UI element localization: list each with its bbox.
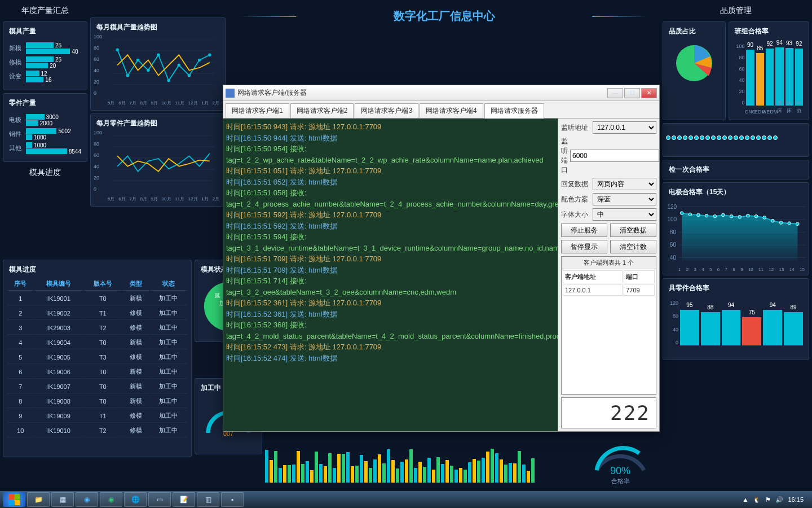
clear-data-button[interactable]: 清空数据 [610, 224, 656, 237]
clear-count-button[interactable]: 清空计数 [610, 240, 656, 253]
task-chrome[interactable]: 🌐 [124, 492, 147, 507]
tab-4[interactable]: 网络请求服务器 [484, 103, 544, 119]
bottom-bars [265, 449, 570, 488]
clock[interactable]: 16:15 [788, 496, 804, 503]
reply-data-select[interactable]: 网页内容 [593, 178, 656, 190]
svg-point-37 [771, 219, 775, 222]
dialog-titlebar[interactable]: 网络请求客户端/服务器 — ☐ ✕ [223, 85, 659, 101]
svg-point-12 [188, 74, 191, 77]
counter-display: 222 [561, 397, 656, 428]
svg-point-40 [796, 222, 800, 226]
svg-point-13 [198, 59, 201, 62]
quality-ratio-title: 品质占比 [666, 25, 722, 38]
taskbar[interactable]: 📁 ▦ ◉ ◉ 🌐 ▭ 📝 ▥ ▪ ▲ 🐧 ⚑ 🔊 16:15 [0, 491, 812, 508]
table-row[interactable]: 4IK19004T0新模加工中 [7, 336, 187, 349]
task-app6[interactable]: ▭ [148, 492, 171, 507]
svg-point-28 [697, 213, 700, 217]
tab-2[interactable]: 网络请求客户端3 [355, 103, 418, 118]
listen-addr-select[interactable]: 127.0.0.1 [593, 121, 656, 134]
listen-port-label: 监听端口 [561, 137, 568, 175]
monthly-part-panel: 每月零件产量趋势图 100806040200 5月6月7月8月9月10月11月1… [90, 113, 226, 207]
dialog-tabs: 网络请求客户端1网络请求客户端2网络请求客户端3网络请求客户端4网络请求服务器 [223, 101, 659, 119]
svg-point-38 [779, 221, 783, 225]
network-dialog[interactable]: 网络请求客户端/服务器 — ☐ ✕ 网络请求客户端1网络请求客户端2网络请求客户… [223, 85, 660, 432]
table-row[interactable]: 2IK19002T1修模加工中 [7, 306, 187, 320]
svg-point-7 [136, 59, 139, 62]
svg-point-30 [713, 214, 717, 218]
main-header: 数字化工厂信息中心 [228, 3, 660, 29]
table-row[interactable]: 7IK19007T0新模加工中 [7, 380, 187, 393]
task-app8[interactable]: ▥ [197, 492, 219, 507]
console-log[interactable]: 时间[16:15:50 943] 请求: 源地址 127.0.0.1:7709时… [223, 119, 558, 431]
scheme-select[interactable]: 深蓝 [593, 193, 656, 205]
close-button[interactable]: ✕ [641, 88, 657, 98]
monthly-mold-panel: 每月模具产量趋势图 100806040200 5月6月7月8月9月10月11月1… [90, 17, 226, 111]
svg-text:延: 延 [214, 292, 220, 299]
stop-service-button[interactable]: 停止服务 [561, 224, 607, 237]
maximize-button[interactable]: ☐ [624, 88, 640, 98]
tab-1[interactable]: 网络请求客户端2 [290, 103, 354, 118]
svg-point-8 [147, 69, 149, 72]
dot-line-panel [663, 123, 809, 157]
monthly-mold-chart: 100806040200 5月6月7月8月9月10月11月12月1月2月 [94, 34, 222, 107]
table-row[interactable]: 1IK19001T0新模加工中 [7, 292, 187, 305]
font-size-select[interactable]: 中 [593, 208, 656, 221]
task-app2[interactable]: ▦ [51, 492, 74, 507]
svg-point-26 [680, 212, 683, 215]
tab-3[interactable]: 网络请求客户端4 [420, 103, 483, 118]
svg-point-5 [116, 48, 118, 51]
qq-icon[interactable]: 🐧 [753, 496, 761, 503]
pause-display-button[interactable]: 暂停显示 [561, 240, 607, 253]
volume-icon[interactable]: 🔊 [775, 496, 783, 503]
electrode-chart: 120100806040 123456789101112131415 [666, 199, 806, 272]
svg-text:40: 40 [670, 255, 677, 261]
svg-point-33 [738, 215, 742, 218]
team-pass-title: 班组合格率 [732, 25, 806, 38]
mold-output-panel: 模具产量 新模2540修模2520设变1216 [3, 21, 87, 90]
svg-point-34 [747, 214, 750, 217]
task-cmd[interactable]: ▪ [221, 492, 244, 507]
side-panel: 监听地址127.0.0.1 监听端口 回复数据网页内容 配色方案深蓝 字体大小中… [558, 119, 659, 431]
svg-point-31 [722, 213, 725, 217]
flag-icon[interactable]: ⚑ [765, 496, 771, 503]
monthly-part-chart: 100806040200 5月6月7月8月9月10月11月12月1月2月 [94, 130, 222, 203]
client-list: 客户端列表共 1 个 客户端地址端口127.0.0.17709 [561, 256, 656, 395]
mold-progress-panel: 模具进度 序号模具编号版本号类型状态1IK19001T0新模加工中2IK1900… [3, 260, 192, 457]
tray-icon[interactable]: ▲ [743, 496, 749, 503]
minimize-button[interactable]: — [607, 88, 623, 98]
part-pass-panel: 具零件合格率 12080400 958894759489 [663, 278, 809, 360]
system-tray[interactable]: ▲ 🐧 ⚑ 🔊 16:15 [743, 496, 809, 503]
table-row[interactable]: 5IK19005T3修模加工中 [7, 351, 187, 364]
table-row[interactable]: 9IK19009T1修模加工中 [7, 409, 187, 423]
reply-data-label: 回复数据 [561, 179, 590, 189]
table-row[interactable]: 3IK29003T2修模加工中 [7, 321, 187, 335]
table-row[interactable]: 6IK19006T0新模加工中 [7, 365, 187, 379]
tab-0[interactable]: 网络请求客户端1 [226, 103, 289, 118]
table-row[interactable]: 10IK19010T2修模加工中 [7, 424, 187, 437]
quality-ratio-panel: 品质占比 [663, 21, 726, 120]
electrode-pass-panel: 电极合格率（15天） 120100806040 1234567891011121… [663, 182, 809, 275]
task-app4[interactable]: ◉ [100, 492, 122, 507]
mold-output-title: 模具产量 [6, 25, 84, 38]
svg-text:60: 60 [670, 242, 677, 248]
svg-point-35 [754, 214, 758, 218]
svg-point-14 [208, 54, 211, 56]
svg-point-27 [689, 213, 692, 216]
part-output-title: 零件产量 [6, 97, 84, 110]
quality-section-title: 品质管理 [663, 3, 809, 19]
monthly-mold-title: 每月模具产量趋势图 [94, 21, 222, 34]
monthly-part-title: 每月零件产量趋势图 [94, 117, 222, 130]
quality-pie [672, 41, 717, 86]
table-row[interactable]: 8IK19008T0新模加工中 [7, 395, 187, 408]
svg-text:100: 100 [667, 216, 677, 222]
svg-text:80: 80 [670, 229, 677, 235]
listen-port-input[interactable] [570, 150, 659, 162]
task-explorer[interactable]: 📁 [27, 492, 50, 507]
task-notepad[interactable]: 📝 [173, 492, 195, 507]
dialog-title: 网络请求客户端/服务器 [237, 88, 607, 98]
task-app3[interactable]: ◉ [76, 492, 98, 507]
svg-point-9 [157, 54, 160, 56]
svg-point-29 [705, 214, 708, 217]
mold-progress-title: 模具进度 [6, 263, 188, 276]
start-button[interactable] [3, 492, 25, 507]
